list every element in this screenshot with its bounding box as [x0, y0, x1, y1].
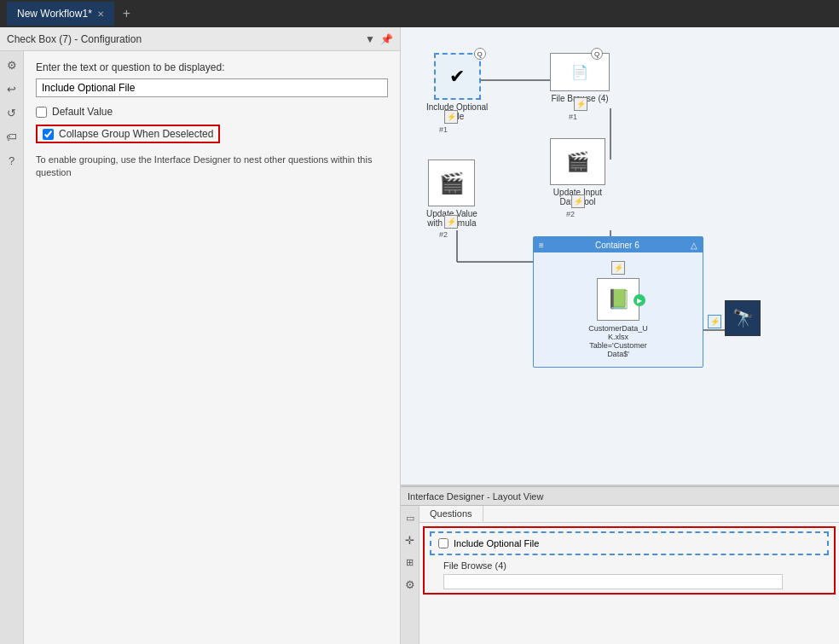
right-panel: ✔ Q Include OptionalFile ⚡ #1 🎬: [401, 27, 839, 644]
default-value-label: Default Value: [52, 106, 113, 118]
collapse-icon[interactable]: ▼: [365, 33, 375, 45]
container-expand-icon[interactable]: △: [691, 241, 697, 250]
dashed-border-area: Include Optional File: [430, 531, 829, 555]
workflow-tab[interactable]: New Workflow1* ✕: [7, 2, 114, 26]
interface-icon-4[interactable]: ⚙: [402, 576, 419, 593]
interface-designer-header: Interface Designer - Layout View: [401, 487, 839, 506]
hash2-update-input: #2: [566, 210, 575, 218]
lightning-file-browse: ⚡: [574, 97, 587, 111]
q-sub-group: File Browse (4): [430, 559, 829, 589]
questions-tab-bar: Questions: [420, 506, 839, 523]
interface-designer-body: ▭ ✛ ⊞ ⚙ Questions: [401, 506, 839, 644]
q-item-checkbox-input[interactable]: [438, 538, 448, 548]
q-item-checkbox: Include Optional File: [438, 537, 820, 550]
lightning-below-checkbox: ⚡: [444, 110, 458, 124]
file-browse-sub-input[interactable]: [443, 574, 783, 589]
binoculars-node: 🔭: [725, 300, 761, 336]
lightning-to-binoculars: ⚡: [708, 315, 721, 328]
tab-label: New Workflow1*: [17, 8, 92, 20]
container-data-label: CustomerData_UK.xlsxTable='CustomerData$…: [588, 324, 648, 358]
hash2-update: #2: [439, 230, 448, 239]
panel-header-icons: ▼ 📌: [365, 33, 393, 45]
add-tab-button[interactable]: +: [118, 6, 136, 21]
undo-icon[interactable]: ↩: [3, 80, 20, 97]
interface-icon-3[interactable]: ⊞: [402, 554, 419, 571]
default-value-row: Default Value: [36, 106, 388, 118]
left-panel: Check Box (7) - Configuration ▼ 📌 ⚙ ↩ ↺ …: [0, 27, 401, 644]
tab-bar: New Workflow1* ✕ +: [0, 0, 839, 27]
canvas-area[interactable]: ✔ Q Include OptionalFile ⚡ #1 🎬: [401, 27, 839, 486]
interface-designer-title: Interface Designer - Layout View: [408, 491, 543, 502]
workflow-canvas-inner: ✔ Q Include OptionalFile ⚡ #1 🎬: [401, 27, 839, 484]
lightning-update-value: ⚡: [444, 215, 458, 229]
panel-header: Check Box (7) - Configuration ▼ 📌: [0, 27, 400, 51]
lightning-container-top: ⚡: [611, 261, 625, 275]
q-item-checkbox-label: Include Optional File: [454, 538, 539, 548]
container-node: ≡ Container 6 △ ⚡ 📗 ▶: [533, 236, 703, 368]
collapse-group-checkbox[interactable]: [43, 129, 54, 140]
tag-icon[interactable]: 🏷: [3, 128, 20, 145]
hash1-checkbox: #1: [439, 125, 448, 134]
q-badge-checkbox: Q: [474, 48, 486, 60]
config-content: ⚙ ↩ ↺ 🏷 ? Enter the text or question to …: [0, 51, 400, 644]
q-badge-file-browse: Q: [591, 48, 603, 60]
config-label: Enter the text or question to be display…: [36, 61, 388, 73]
collapse-group-row: Collapse Group When Deselected: [36, 125, 220, 143]
hash1-file-browse: #1: [569, 113, 577, 121]
questions-tab-label: Questions: [430, 508, 472, 519]
left-sidebar: ⚙ ↩ ↺ 🏷 ?: [0, 51, 24, 644]
interface-icon-1[interactable]: ▭: [402, 509, 419, 526]
redo-icon[interactable]: ↺: [3, 104, 20, 121]
settings-icon[interactable]: ⚙: [3, 56, 20, 73]
pin-icon[interactable]: 📌: [380, 33, 393, 45]
questions-tab[interactable]: Questions: [420, 506, 483, 522]
tab-close-icon[interactable]: ✕: [97, 9, 104, 19]
default-value-checkbox[interactable]: [36, 107, 47, 118]
container-label: Container 6: [595, 241, 639, 250]
config-input[interactable]: [36, 78, 388, 97]
interface-sidebar: ▭ ✛ ⊞ ⚙: [401, 506, 420, 644]
collapse-group-label: Collapse Group When Deselected: [59, 128, 213, 140]
lightning-update-input: ⚡: [571, 194, 585, 208]
customer-data-node: 📗 ▶: [597, 278, 639, 321]
interface-content: Questions Include Optional File: [420, 506, 839, 644]
questions-body: Include Optional File File Browse (4): [423, 526, 836, 595]
interface-designer: Interface Designer - Layout View ▭ ✛ ⊞ ⚙…: [401, 486, 839, 644]
help-text: To enable grouping, use the Interface De…: [36, 154, 388, 180]
help-icon[interactable]: ?: [3, 152, 20, 169]
panel-title: Check Box (7) - Configuration: [7, 33, 142, 45]
config-body: Enter the text or question to be display…: [24, 51, 400, 644]
file-browse-sub-label: File Browse (4): [443, 559, 829, 572]
container-header: ≡ Container 6 △: [534, 237, 703, 252]
interface-icon-2[interactable]: ✛: [402, 531, 419, 548]
file-browse-node: 📄 File Browse (4) Q: [550, 53, 610, 103]
main-layout: Check Box (7) - Configuration ▼ 📌 ⚙ ↩ ↺ …: [0, 27, 839, 644]
